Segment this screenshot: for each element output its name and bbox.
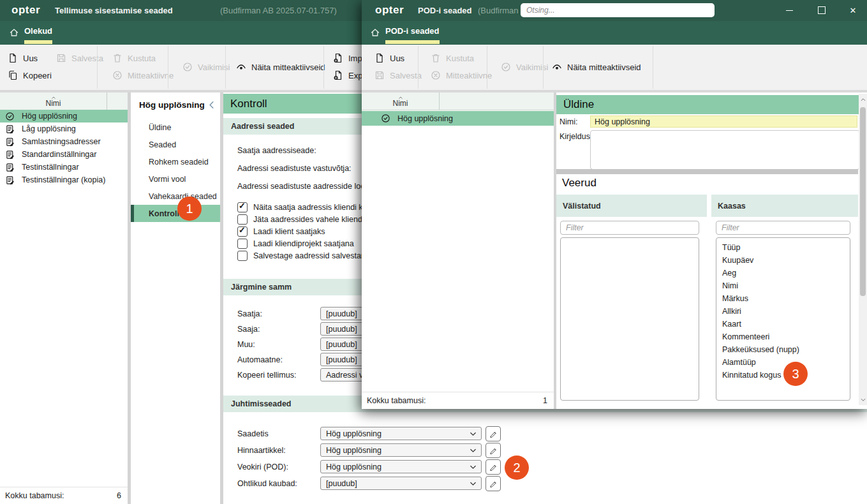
list-item-label: Samlastningsadresser (22, 137, 101, 146)
scroll-down-button[interactable] (859, 394, 867, 405)
home-icon[interactable] (9, 27, 19, 38)
field-label: Aadressi seadistuste aadresside loen (237, 182, 369, 191)
column-option[interactable]: Pakkeüksused (nupp) (722, 343, 850, 356)
scrollbar-thumb[interactable] (860, 107, 866, 296)
new-button[interactable]: Uus (374, 53, 404, 63)
list-item[interactable]: Testinställningar (0, 161, 128, 174)
front-toolbar: Uus Salvesta Kustuta Mitteaktiivne Vaiki… (362, 45, 867, 93)
chevron-left-icon[interactable] (207, 100, 216, 110)
column-option[interactable]: Kuupäev (722, 254, 850, 267)
minimize-button[interactable] (778, 3, 800, 18)
nav-item-label: Rohkem seadeid (149, 158, 209, 167)
maximize-button[interactable] (811, 3, 833, 18)
nav-item-seaded[interactable]: Seaded (131, 136, 220, 153)
column-option[interactable]: Märkus (722, 292, 850, 305)
checkbox-checked[interactable] (237, 202, 248, 212)
copy-button[interactable]: Kopeeri (8, 70, 52, 80)
toolbar-separator (487, 46, 487, 89)
nav-item-vormi-vool[interactable]: Vormi vool (131, 170, 220, 188)
nimi-input[interactable] (590, 115, 857, 128)
home-icon[interactable] (370, 27, 380, 38)
nav-item-kontroll[interactable]: Kontroll (131, 205, 220, 222)
chevron-down-icon (860, 397, 866, 403)
list-item[interactable]: Låg upplösning (0, 122, 128, 135)
checkbox-row[interactable]: Salvestage aadressid salvestamis (237, 250, 373, 262)
checkbox-row[interactable]: Laadi klient saatjaks (237, 226, 325, 237)
ohtlikud-kaubad-dropdown[interactable]: [puudub] (320, 477, 482, 490)
checkbox-row[interactable]: Näita saatja aadressis kliendi koo (237, 202, 372, 213)
scroll-up-button[interactable] (859, 94, 867, 105)
nav-item-vahekaardi-seaded[interactable]: Vahekaardi seaded (131, 188, 220, 205)
delete-button[interactable]: Kustuta (431, 53, 474, 63)
default-button[interactable]: Vaikimisi (501, 62, 548, 72)
search-input[interactable] (521, 3, 715, 17)
list-item[interactable]: Testinställningar (kopia) (0, 174, 128, 186)
front-window-subtitle: (Budfirman A (478, 6, 519, 15)
list-item-label: Testinställningar (22, 163, 79, 172)
list-item-label: Testinställningar (kopia) (22, 175, 105, 184)
veokiri-pod-dropdown[interactable]: Hög upplösning (320, 460, 482, 473)
front-window: opter POD-i seaded (Budfirman A ✕ POD-i … (362, 0, 867, 409)
delete-button[interactable]: Kustuta (112, 53, 156, 63)
list-item[interactable]: Hög upplösning (0, 110, 128, 122)
list-item[interactable]: Samlastningsadresser (0, 135, 128, 148)
saadetis-dropdown[interactable]: Hög upplösning (320, 427, 482, 440)
nav-item-uldine[interactable]: Üldine (131, 119, 220, 136)
edit-veokiri-button[interactable] (485, 459, 501, 475)
toolbar-separator (418, 46, 419, 89)
inactive-button[interactable]: Mitteaktiivne (431, 70, 492, 80)
checkbox-unchecked[interactable] (237, 239, 248, 249)
edit-saadetis-button[interactable] (485, 426, 501, 441)
back-window-subtitle: (Budfirman AB 2025.07-01.757) (220, 6, 337, 15)
column-header-nimi[interactable]: Nimi (362, 93, 554, 110)
section-splitter[interactable] (556, 169, 858, 174)
list-item[interactable]: Standardinställningar (0, 148, 128, 161)
included-filter-input[interactable] (716, 221, 850, 235)
hinnaartikkel-dropdown[interactable]: Hög upplösning (320, 443, 482, 457)
dropdown-value: Aadressi v (326, 371, 363, 380)
show-inactive-button[interactable]: Näita mitteaktiivseid (236, 62, 325, 72)
new-button[interactable]: Uus (8, 53, 38, 63)
column-option[interactable]: Allkiri (722, 305, 850, 318)
kirjeldus-textarea[interactable] (590, 130, 860, 170)
toolbar-separator (225, 46, 226, 89)
excluded-listbox[interactable] (560, 237, 699, 401)
list-item[interactable]: Hög upplösning (362, 111, 554, 126)
column-option[interactable]: Tüüp (722, 241, 850, 254)
nav-item-label: Seaded (149, 140, 176, 149)
annotation-badge-2: 2 (505, 456, 529, 480)
show-inactive-button[interactable]: Näita mitteaktiivseid (552, 62, 641, 72)
column-option[interactable]: Kaart (722, 318, 850, 330)
checkbox-row[interactable]: Laadi kliendiprojekt saatjana (237, 238, 354, 249)
checkbox-row[interactable]: Jäta aadressides vahele kliendike (237, 214, 373, 225)
checkbox-checked[interactable] (237, 226, 248, 237)
checkbox-label: Salvestage aadressid salvestamis (253, 251, 373, 260)
checkbox-unchecked[interactable] (237, 251, 248, 261)
column-option[interactable]: Kommenteeri (722, 330, 850, 343)
eye-icon (552, 62, 562, 72)
column-divider[interactable] (107, 93, 107, 110)
column-header-nimi[interactable]: Nimi (0, 93, 128, 110)
vertical-scrollbar[interactable] (859, 94, 867, 405)
excluded-filter-input[interactable] (560, 221, 699, 235)
column-divider[interactable] (439, 93, 440, 110)
close-button[interactable]: ✕ (842, 3, 864, 18)
default-button[interactable]: Vaikimisi (182, 62, 230, 72)
edit-hinnaartikkel-button[interactable] (485, 443, 501, 458)
check-circle-icon (381, 114, 390, 123)
checkbox-unchecked[interactable] (237, 214, 248, 225)
nav-item-rohkem-seadeid[interactable]: Rohkem seadeid (131, 153, 220, 170)
edit-ohtlikud-button[interactable] (485, 476, 501, 491)
column-option[interactable]: Aeg (722, 267, 850, 279)
save-button[interactable]: Salvesta (56, 53, 103, 63)
inactive-button[interactable]: Mitteaktiivne (112, 70, 174, 80)
dropdown-label: Automaatne: (237, 355, 320, 364)
tab-pod-seaded[interactable]: POD-i seaded (385, 26, 440, 41)
chevron-down-icon (469, 463, 477, 471)
nav-item-label: Kontroll (149, 209, 179, 218)
save-button[interactable]: Salvesta (374, 70, 422, 80)
dropdown-value: [puudub] (326, 355, 357, 364)
tab-olekud[interactable]: Olekud (24, 26, 52, 41)
checkbox-label: Jäta aadressides vahele kliendike (253, 215, 373, 224)
column-option[interactable]: Nimi (722, 279, 850, 292)
